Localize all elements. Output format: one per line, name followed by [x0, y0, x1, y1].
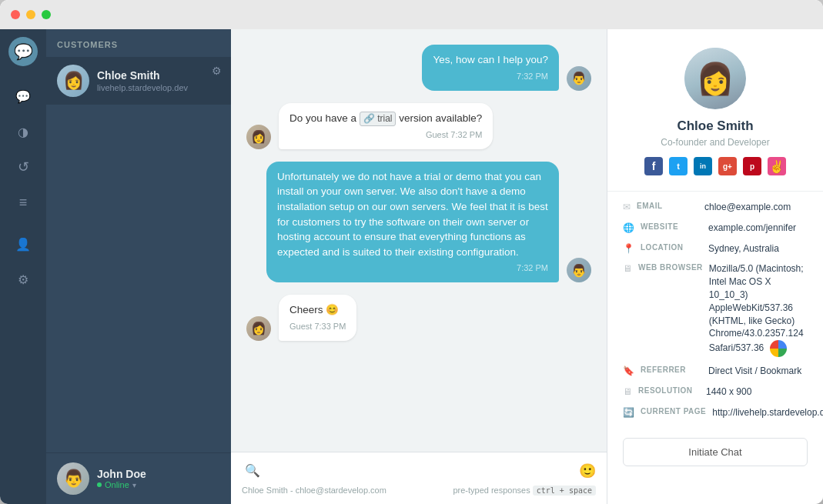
- chat-icon: 💬: [15, 89, 31, 104]
- info-row-location: 📍 LOCATION Sydney, Australia: [623, 242, 808, 255]
- page-icon: 🔄: [623, 406, 634, 418]
- current-page-label: CURRENT PAGE: [641, 406, 706, 416]
- agent-item-john[interactable]: 👨 John Doe Online ▾: [46, 453, 231, 504]
- website-icon: 🌐: [623, 222, 634, 233]
- message-bubble-2: Do you have a 🔗 trial version available?…: [279, 103, 493, 149]
- customers-header: Customers: [46, 29, 231, 57]
- chat-logo-icon: 💬: [14, 42, 33, 61]
- profile-picture: 👩: [684, 48, 746, 109]
- chat-footer: Chloe Smith - chloe@stardevelop.com pre-…: [242, 481, 596, 496]
- browser-icon-wrap: 🖥: [623, 262, 632, 274]
- facebook-icon[interactable]: f: [644, 157, 663, 175]
- twitter-icon[interactable]: t: [669, 157, 688, 175]
- chat-input-area: 🔍 🙂 Chloe Smith - chloe@stardevelop.com …: [231, 452, 607, 504]
- email-icon: ✉: [623, 201, 631, 212]
- chat-area: Yes, how can I help you? 7:32 PM 👨 👩: [231, 29, 607, 504]
- settings-icon: ⚙: [18, 272, 28, 287]
- analytics-icon: ◑: [18, 125, 28, 139]
- referrer-label: REFERRER: [641, 365, 702, 374]
- message-bubble-1: Yes, how can I help you? 7:32 PM: [422, 45, 559, 91]
- pre-typed-label: pre-typed responses ctrl + space: [453, 486, 596, 495]
- resolution-value: 1440 x 900: [706, 386, 751, 399]
- email-value: chloe@example.com: [704, 201, 791, 214]
- profile-pic-inner: 👩: [684, 48, 746, 109]
- linkedin-icon[interactable]: in: [694, 157, 712, 175]
- emoji-button[interactable]: 🙂: [579, 462, 596, 479]
- browser-label: WEB BROWSER: [638, 262, 703, 272]
- referrer-icon: 🔖: [623, 365, 634, 376]
- sidebar-logo: 💬: [8, 37, 38, 66]
- chrome-icon: [770, 340, 787, 357]
- history-icon: ↺: [18, 159, 29, 175]
- customer-name-chloe: Chloe Smith: [97, 69, 220, 82]
- close-button[interactable]: [11, 10, 20, 19]
- agent-name: John Doe: [97, 468, 146, 480]
- message-avatar-agent-3: 👨: [567, 258, 591, 282]
- message-text-2: Do you have a 🔗 trial version available?: [289, 111, 482, 126]
- dribbble-icon[interactable]: ✌: [768, 157, 786, 175]
- sidebar-item-analytics[interactable]: ◑: [8, 117, 38, 146]
- social-icons: f t in g+ p ✌: [644, 157, 786, 175]
- message-row-4: 👩 Cheers 😊 Guest 7:33 PM: [246, 295, 591, 341]
- website-value: example.com/jennifer: [708, 222, 796, 235]
- customer-info-chloe: Chloe Smith livehelp.stardevelop.dev: [97, 69, 220, 92]
- email-label: EMAIL: [637, 201, 698, 210]
- customer-avatar-chloe: 👩: [57, 65, 89, 97]
- trial-tag: 🔗 trial: [360, 112, 396, 126]
- status-dot: [97, 482, 102, 487]
- info-row-referrer: 🔖 REFERRER Direct Visit / Bookmark: [623, 365, 808, 378]
- message-avatar-agent-1: 👨: [567, 66, 591, 91]
- maximize-button[interactable]: [42, 10, 51, 19]
- message-text-3: Unfortunately we do not have a trial or …: [277, 169, 548, 259]
- message-row-1: Yes, how can I help you? 7:32 PM 👨: [246, 45, 591, 91]
- app-window: 💬 💬 ◑ ↺ ≡ 👤 ⚙ Customers: [0, 0, 823, 504]
- profile-name: Chloe Smith: [677, 118, 753, 134]
- info-row-website: 🌐 WEBSITE example.com/jennifer: [623, 222, 808, 235]
- customer-list-item-chloe[interactable]: 👩 Chloe Smith livehelp.stardevelop.dev ⚙: [46, 57, 231, 105]
- list-icon: ≡: [19, 195, 28, 211]
- resolution-icon: 🖥: [623, 386, 632, 397]
- chat-messages-wrap: Yes, how can I help you? 7:32 PM 👨 👩: [231, 29, 607, 452]
- googleplus-icon[interactable]: g+: [718, 157, 737, 175]
- chat-input-row: 🔍 🙂: [242, 460, 596, 481]
- initiate-chat-button[interactable]: Initiate Chat: [623, 438, 808, 466]
- message-time-2: Guest 7:32 PM: [289, 129, 482, 142]
- profile-title: Co-founder and Developer: [661, 137, 769, 148]
- message-avatar-guest-2: 👩: [246, 125, 271, 149]
- app-body: 💬 💬 ◑ ↺ ≡ 👤 ⚙ Customers: [0, 29, 823, 504]
- website-label: WEBSITE: [641, 222, 702, 231]
- right-panel: 👩 Chloe Smith Co-founder and Developer f…: [607, 29, 823, 504]
- referrer-value: Direct Visit / Bookmark: [708, 365, 801, 378]
- customer-sub-chloe: livehelp.stardevelop.dev: [97, 83, 220, 92]
- info-row-current-page: 🔄 CURRENT PAGE http://livehelp.stardevel…: [623, 406, 808, 419]
- location-icon: 📍: [623, 242, 634, 254]
- message-text-1: Yes, how can I help you?: [433, 52, 548, 68]
- agent-section: 👨 John Doe Online ▾: [46, 452, 231, 504]
- sidebar-item-history[interactable]: ↺: [8, 152, 38, 182]
- browser-value: Mozilla/5.0 (Macintosh; Intel Mac OS X 1…: [709, 262, 808, 357]
- search-icon: 🔍: [242, 460, 263, 481]
- message-avatar-guest-4: 👩: [246, 316, 271, 341]
- chat-messages: Yes, how can I help you? 7:32 PM 👨 👩: [231, 29, 607, 349]
- message-time-4: Guest 7:33 PM: [289, 321, 346, 333]
- customer-panel: Customers 👩 Chloe Smith livehelp.stardev…: [46, 29, 231, 504]
- pinterest-icon[interactable]: p: [743, 157, 761, 175]
- titlebar: [0, 0, 823, 29]
- message-time-3: 7:32 PM: [277, 262, 548, 275]
- sidebar-item-list[interactable]: ≡: [8, 188, 38, 217]
- message-text-4: Cheers 😊: [289, 302, 346, 318]
- info-row-browser: 🖥 WEB BROWSER Mozilla/5.0 (Macintosh; In…: [623, 262, 808, 357]
- location-value: Sydney, Australia: [708, 242, 779, 255]
- minimize-button[interactable]: [26, 10, 35, 19]
- message-time-1: 7:32 PM: [433, 71, 548, 83]
- message-row-3: Unfortunately we do not have a trial or …: [246, 162, 591, 282]
- sidebar: 💬 💬 ◑ ↺ ≡ 👤 ⚙: [0, 29, 46, 504]
- message-bubble-3: Unfortunately we do not have a trial or …: [266, 162, 559, 282]
- sidebar-item-settings[interactable]: ⚙: [8, 265, 38, 294]
- profile-section: 👩 Chloe Smith Co-founder and Developer f…: [607, 29, 823, 192]
- chat-input[interactable]: [269, 465, 573, 476]
- sidebar-item-users[interactable]: 👤: [8, 229, 38, 259]
- message-bubble-4: Cheers 😊 Guest 7:33 PM: [279, 295, 356, 341]
- sidebar-item-chat[interactable]: 💬: [8, 82, 38, 111]
- gear-icon[interactable]: ⚙: [212, 65, 222, 77]
